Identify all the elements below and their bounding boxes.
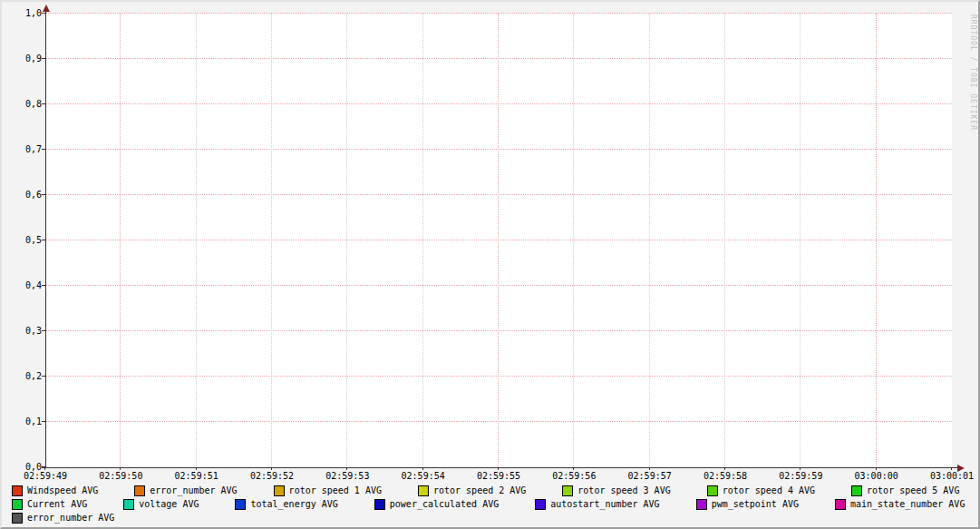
x-tick-label: 02:59:58: [700, 471, 751, 481]
legend-color-swatch: [12, 513, 23, 524]
plot-area: [45, 14, 952, 467]
v-gridline: [573, 14, 574, 467]
h-gridline: [45, 194, 952, 195]
legend-label: power_calculated AVG: [390, 498, 499, 510]
x-tick-label: 02:59:50: [95, 471, 146, 481]
v-gridline: [724, 14, 725, 467]
x-tick-label: 02:59:57: [625, 471, 675, 481]
legend-color-swatch: [562, 485, 573, 496]
legend-color-swatch: [707, 485, 718, 496]
graph-stage: 0,00,10,20,30,40,50,60,70,80,91,0 02:59:…: [0, 0, 980, 529]
h-gridline: [45, 103, 952, 104]
legend-color-swatch: [851, 485, 862, 496]
legend-color-swatch: [696, 499, 707, 510]
x-tick-label: 02:59:55: [473, 471, 524, 481]
legend-label: Windspeed AVG: [27, 485, 98, 496]
legend-item: error_number AVG: [134, 485, 237, 496]
legend-item: error_number AVG: [12, 512, 114, 524]
legend-color-swatch: [535, 499, 546, 510]
y-tick-label: 0,7: [0, 144, 42, 154]
legend-label: pwm_setpoint AVG: [712, 498, 799, 510]
x-tick-label: 02:59:49: [20, 471, 71, 481]
y-tick-label: 1,0: [0, 8, 42, 18]
y-tick-label: 0,9: [0, 54, 42, 64]
legend-color-swatch: [134, 485, 145, 496]
y-tick-label: 0,4: [0, 280, 42, 290]
x-tick-label: 02:59:59: [775, 471, 826, 481]
rrdtool-graph: 0,00,10,20,30,40,50,60,70,80,91,0 02:59:…: [0, 0, 980, 529]
legend-label: rotor speed 3 AVG: [577, 485, 670, 496]
v-gridline: [120, 14, 121, 467]
legend-item: rotor speed 3 AVG: [562, 485, 670, 496]
legend-color-swatch: [418, 485, 429, 496]
h-gridline: [45, 330, 952, 331]
legend-item: rotor speed 2 AVG: [418, 485, 526, 496]
legend-item: total_energy AVG: [235, 498, 337, 510]
v-gridline: [800, 14, 800, 467]
y-tick-label: 0,6: [0, 190, 42, 200]
h-gridline: [45, 376, 952, 377]
legend-item: autostart_number AVG: [535, 498, 659, 510]
legend-row: Current AVGvoltage AVGtotal_energy AVGpo…: [12, 497, 965, 511]
legend-label: total_energy AVG: [250, 498, 337, 510]
v-gridline: [346, 14, 347, 467]
legend-label: error_number AVG: [27, 512, 114, 524]
v-gridline: [271, 14, 272, 467]
v-gridline: [196, 14, 197, 467]
legend-label: main_state_number AVG: [850, 498, 965, 510]
legend-color-swatch: [274, 485, 285, 496]
legend-color-swatch: [835, 499, 846, 510]
y-tick-label: 0,8: [0, 99, 42, 109]
legend-item: voltage AVG: [123, 498, 199, 510]
x-axis-arrow-icon: [957, 465, 965, 472]
legend-label: voltage AVG: [139, 498, 199, 510]
x-axis-line: [42, 467, 957, 468]
h-gridline: [45, 13, 952, 14]
legend-item: Current AVG: [12, 498, 87, 510]
legend-item: power_calculated AVG: [374, 498, 499, 510]
x-tick-label: 02:59:53: [322, 471, 373, 481]
v-gridline: [649, 14, 650, 467]
legend-label: Current AVG: [27, 498, 87, 510]
h-gridline: [45, 240, 952, 240]
x-tick-label: 02:59:54: [398, 471, 449, 481]
v-gridline: [498, 14, 499, 467]
h-gridline: [45, 421, 952, 422]
h-gridline: [45, 58, 952, 59]
legend-row: error_number AVG: [12, 511, 965, 524]
legend-item: rotor speed 5 AVG: [851, 485, 959, 496]
y-axis-line: [45, 8, 46, 468]
legend-color-swatch: [374, 499, 385, 510]
x-tick-label: 03:00:01: [927, 471, 977, 481]
legend-label: error_number AVG: [150, 485, 237, 496]
y-tick-label: 0,1: [0, 416, 42, 426]
legend-item: pwm_setpoint AVG: [696, 498, 799, 510]
v-gridline: [422, 14, 423, 467]
legend-label: autostart_number AVG: [550, 498, 659, 510]
legend-label: rotor speed 2 AVG: [433, 485, 526, 496]
legend-item: rotor speed 1 AVG: [274, 485, 382, 496]
legend-color-swatch: [235, 499, 246, 510]
legend-color-swatch: [123, 499, 134, 510]
x-tick-label: 02:59:52: [247, 471, 297, 481]
legend-label: rotor speed 5 AVG: [867, 485, 959, 496]
rrdtool-watermark: RRDTOOL / TOBI OETIKER: [969, 15, 977, 131]
y-tick-label: 0,3: [0, 326, 42, 336]
legend-item: main_state_number AVG: [835, 498, 965, 510]
v-gridline: [876, 14, 877, 467]
legend-color-swatch: [12, 499, 23, 510]
legend-label: rotor speed 1 AVG: [289, 485, 382, 496]
legend-color-swatch: [12, 485, 23, 496]
legend-item: rotor speed 4 AVG: [707, 485, 815, 496]
legend-item: Windspeed AVG: [12, 485, 98, 496]
h-gridline: [45, 149, 952, 150]
legend-label: rotor speed 4 AVG: [723, 485, 815, 496]
y-tick-label: 0,5: [0, 235, 42, 245]
y-tick-label: 0,2: [0, 371, 42, 381]
x-tick-label: 03:00:00: [851, 471, 902, 481]
h-gridline: [45, 285, 952, 286]
y-axis-arrow-icon: [43, 5, 50, 12]
x-tick-label: 02:59:56: [548, 471, 599, 481]
x-tick-label: 02:59:51: [171, 471, 222, 481]
legend-row: Windspeed AVGerror_number AVGrotor speed…: [12, 484, 965, 497]
